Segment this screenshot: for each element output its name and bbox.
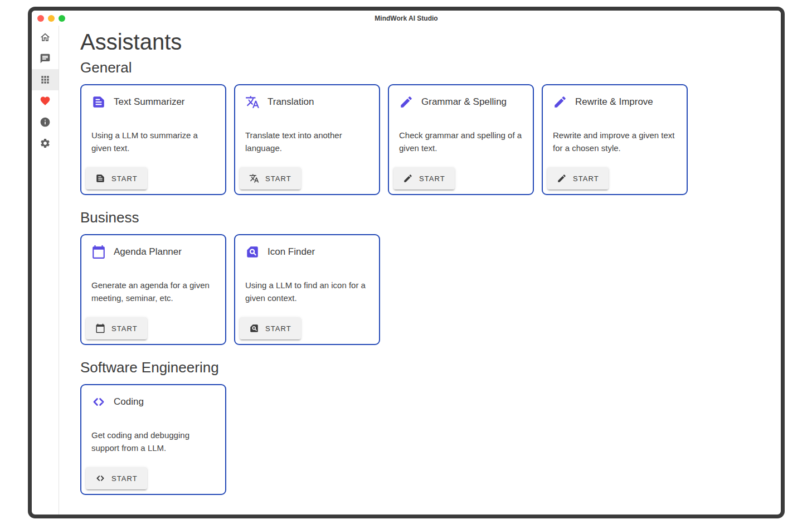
start-button-label: START	[111, 474, 138, 483]
start-button-translation[interactable]: START	[240, 167, 301, 190]
start-button-agenda-planner[interactable]: START	[86, 317, 147, 339]
page-title: Assistants	[80, 30, 770, 55]
zoom-button[interactable]	[59, 15, 65, 22]
window-title: MindWork AI Studio	[32, 14, 781, 22]
calendar-icon	[91, 245, 106, 259]
card-icon-finder: Icon Finder Using a LLM to find an icon …	[234, 234, 380, 345]
edit-pencil-icon	[399, 95, 414, 109]
card-title: Coding	[114, 396, 144, 407]
apps-grid-icon	[40, 74, 51, 85]
edit-pencil-icon	[403, 173, 413, 183]
info-icon	[40, 117, 51, 128]
cards-row-software-engineering: Coding Get coding and debugging support …	[80, 384, 770, 495]
start-button-label: START	[111, 174, 138, 183]
start-button-label: START	[265, 324, 291, 333]
sidebar-item-home[interactable]	[32, 27, 59, 48]
section-title-business: Business	[80, 209, 770, 226]
card-title: Rewrite & Improve	[575, 96, 653, 108]
start-button-label: START	[419, 174, 445, 183]
traffic-lights	[32, 15, 65, 22]
start-button-grammar-spelling[interactable]: START	[393, 167, 455, 190]
card-description: Generate an agenda for a given meeting, …	[81, 279, 225, 313]
translate-icon	[245, 95, 260, 109]
home-icon	[40, 32, 51, 43]
edit-pencil-icon	[553, 95, 567, 109]
main-content: Assistants General Text Summarizer Using…	[59, 26, 781, 515]
cards-row-general: Text Summarizer Using a LLM to summarize…	[80, 84, 770, 195]
card-text-summarizer: Text Summarizer Using a LLM to summarize…	[80, 84, 226, 195]
card-description: Check grammar and spelling of a given te…	[389, 129, 533, 163]
gear-icon	[40, 138, 51, 149]
start-button-text-summarizer[interactable]: START	[86, 167, 147, 190]
translate-icon	[249, 173, 259, 183]
card-title: Grammar & Spelling	[421, 96, 507, 108]
edit-pencil-icon	[557, 173, 567, 183]
calendar-icon	[95, 323, 105, 333]
app-window: MindWork AI Studio Assistants	[28, 7, 785, 518]
sidebar-item-assistants[interactable]	[32, 69, 59, 90]
code-icon	[91, 395, 106, 409]
start-button-label: START	[573, 174, 599, 183]
start-button-label: START	[265, 174, 291, 183]
card-title: Agenda Planner	[114, 246, 182, 258]
sidebar-item-about[interactable]	[32, 111, 59, 133]
card-translation: Translation Translate text into another …	[234, 84, 380, 195]
card-description: Rewrite and improve a given text for a c…	[543, 129, 687, 163]
start-button-rewrite-improve[interactable]: START	[547, 167, 609, 190]
card-grammar-spelling: Grammar & Spelling Check grammar and spe…	[388, 84, 534, 195]
section-title-general: General	[80, 59, 770, 76]
sidebar-item-settings[interactable]	[32, 133, 59, 154]
card-description: Using a LLM to summarize a given text.	[81, 129, 225, 163]
icon-search-icon	[249, 323, 259, 333]
titlebar: MindWork AI Studio	[32, 11, 781, 26]
minimize-button[interactable]	[48, 15, 55, 22]
start-button-coding[interactable]: START	[86, 467, 147, 489]
sidebar-item-favorites[interactable]	[32, 90, 59, 111]
card-description: Get coding and debugging support from a …	[81, 429, 225, 463]
card-agenda-planner: Agenda Planner Generate an agenda for a …	[80, 234, 226, 345]
start-button-icon-finder[interactable]: START	[240, 317, 301, 339]
section-title-software-engineering: Software Engineering	[80, 359, 770, 376]
sidebar	[32, 26, 59, 515]
card-description: Translate text into another language.	[235, 129, 379, 163]
card-title: Text Summarizer	[114, 96, 185, 108]
heart-icon	[40, 95, 51, 106]
text-snippet-icon	[95, 173, 105, 183]
icon-search-icon	[245, 245, 260, 259]
code-icon	[95, 473, 105, 483]
cards-row-business: Agenda Planner Generate an agenda for a …	[80, 234, 770, 345]
card-rewrite-improve: Rewrite & Improve Rewrite and improve a …	[542, 84, 688, 195]
card-coding: Coding Get coding and debugging support …	[80, 384, 226, 495]
start-button-label: START	[111, 324, 138, 333]
card-title: Translation	[268, 96, 314, 108]
close-button[interactable]	[37, 15, 44, 22]
card-title: Icon Finder	[268, 246, 315, 258]
card-description: Using a LLM to find an icon for a given …	[235, 279, 379, 313]
chat-icon	[40, 53, 51, 64]
text-snippet-icon	[91, 95, 106, 109]
sidebar-item-chat[interactable]	[32, 48, 59, 69]
